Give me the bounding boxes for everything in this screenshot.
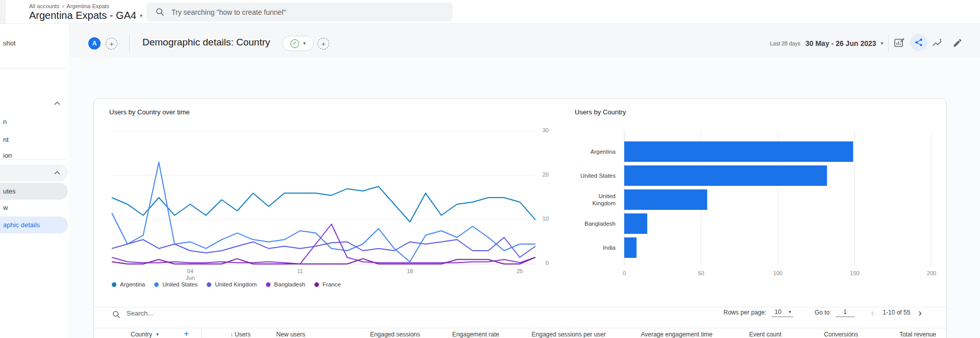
date-range-preset-label: Last 28 days: [761, 40, 800, 46]
chevron-down-icon: ▾: [881, 41, 884, 46]
bar-x-tick-label: 200: [921, 270, 942, 276]
y-tick-label: 30: [537, 127, 549, 133]
legend-label: Argentina: [120, 281, 145, 287]
sidebar-divider: [0, 159, 65, 160]
share-button[interactable]: [910, 34, 927, 51]
share-icon: [914, 38, 923, 47]
y-tick-label: 0: [537, 260, 549, 266]
goto-label: Go to:: [815, 309, 831, 316]
bar-united-kingdom: [624, 189, 707, 210]
column-header-engagement-rate[interactable]: Engagement rate: [418, 331, 499, 338]
sidebar-section-header[interactable]: [0, 164, 68, 181]
global-search-input[interactable]: Try searching "how to create funnel": [146, 3, 453, 21]
sidebar-nav: shot n nt ion utes w aphic details: [0, 23, 69, 338]
line-series-united-states: [112, 162, 535, 262]
users-over-time-line-chart[interactable]: [108, 128, 547, 276]
legend-item-united-states[interactable]: United States: [154, 281, 198, 287]
y-tick-label: 10: [537, 215, 549, 222]
x-tick-label: 25: [509, 268, 530, 275]
goto-page-input[interactable]: 1: [836, 308, 855, 317]
legend-label: France: [323, 281, 341, 287]
pagination-range: 1-10 of 55: [883, 309, 910, 316]
collapse-section-icon[interactable]: [52, 100, 62, 107]
table-header-row: Country ▾ + ↓UsersNew usersEngaged sessi…: [94, 328, 946, 338]
legend-dot: [154, 282, 159, 287]
pagination-controls: Rows per page: 10 ▾ Go to: 1 ‹ 1-10 of 5…: [723, 305, 923, 320]
y-tick-label: 20: [537, 172, 549, 178]
sidebar-item-engagement[interactable]: nt: [3, 136, 9, 143]
legend-dot: [314, 282, 319, 287]
legend-item-bangladesh[interactable]: Bangladesh: [266, 281, 305, 287]
bar-x-tick-label: 50: [691, 270, 712, 276]
bar-x-tick-label: 150: [845, 270, 865, 276]
column-header-conversions[interactable]: Conversions: [776, 331, 858, 338]
app-root: All accounts › Argentina Expats Argentin…: [0, 0, 980, 338]
report-status-pill[interactable]: ✓ ▾: [282, 36, 314, 51]
add-tab-button[interactable]: +: [317, 38, 329, 50]
legend-item-united-kingdom[interactable]: United Kingdom: [207, 281, 257, 287]
date-range-selector[interactable]: 30 May - 26 Jun 2023 ▾: [805, 39, 884, 47]
header-divider: [129, 35, 130, 52]
column-header-event-count[interactable]: Event count: [700, 331, 781, 338]
bar-category-label: Argentina: [565, 144, 616, 159]
users-by-country-bar-chart[interactable]: [620, 127, 946, 275]
legend-label: United Kingdom: [215, 281, 257, 287]
sidebar-item-overview[interactable]: w: [3, 204, 8, 211]
breadcrumb-account[interactable]: Argentina Expats: [66, 3, 109, 9]
top-bar: All accounts › Argentina Expats Argentin…: [0, 0, 980, 24]
avatar[interactable]: A: [88, 37, 101, 50]
chart-edit-icon[interactable]: [893, 37, 905, 49]
column-header-new-users[interactable]: New users: [224, 331, 305, 338]
legend-label: United States: [162, 281, 198, 287]
x-tick-label: 04Jun: [180, 268, 201, 281]
rows-per-page-select[interactable]: 10 ▾: [772, 308, 793, 317]
chevron-right-icon: ›: [62, 3, 64, 10]
bar-chart-title: Users by Country: [575, 108, 626, 116]
dropdown-arrow-icon: ▾: [156, 332, 159, 337]
chevron-down-icon: ▾: [303, 41, 306, 46]
line-chart-title: Users by Country over time: [109, 108, 190, 116]
rows-per-page-label: Rows per page:: [723, 309, 766, 316]
previous-page-button[interactable]: ‹: [870, 307, 876, 318]
bar-category-label: United Kingdom: [565, 192, 616, 207]
bar-x-tick-label: 0: [614, 270, 634, 276]
add-comparison-button[interactable]: +: [106, 38, 117, 50]
breadcrumb: All accounts › Argentina Expats: [29, 3, 109, 10]
legend-dot: [207, 282, 211, 287]
dropdown-arrow-icon: ▾: [789, 309, 791, 315]
report-title: Demographic details: Country: [142, 37, 270, 48]
search-icon: [156, 8, 164, 16]
column-header-total-revenue[interactable]: Total revenue: [854, 331, 936, 338]
next-page-button[interactable]: ›: [917, 307, 923, 318]
report-card: Users by Country over time Users by Coun…: [93, 98, 947, 338]
line-series-france: [112, 257, 535, 264]
legend-label: Bangladesh: [274, 281, 305, 287]
legend-item-argentina[interactable]: Argentina: [112, 281, 145, 287]
column-header-engaged-sessions[interactable]: Engaged sessions: [338, 331, 420, 338]
column-header-country[interactable]: Country ▾: [131, 331, 159, 338]
breadcrumb-all-accounts[interactable]: All accounts: [29, 3, 59, 9]
bar-category-label: India: [565, 240, 616, 255]
legend-item-france[interactable]: France: [314, 281, 341, 287]
bar-bangladesh: [624, 213, 647, 234]
table-search-input[interactable]: Search...: [127, 309, 153, 317]
bar-argentina: [624, 141, 853, 162]
bar-united-states: [624, 165, 827, 186]
property-title: Argentina Expats - GA4: [29, 10, 136, 21]
sidebar-item-snapshot[interactable]: shot: [3, 39, 16, 47]
collapse-section-icon[interactable]: [52, 169, 62, 176]
sidebar-item-acquisition[interactable]: n: [3, 118, 7, 126]
bar-category-label: Bangladesh: [565, 216, 616, 231]
bar-x-tick-label: 100: [768, 270, 788, 276]
sidebar-item-monetization[interactable]: ion: [3, 152, 12, 159]
property-selector[interactable]: Argentina Expats - GA4 ▾: [29, 10, 142, 21]
x-tick-label: 11: [290, 268, 310, 275]
column-header-engaged-sessions-per-user[interactable]: Engaged sessions per user: [524, 331, 606, 338]
insights-icon[interactable]: [931, 37, 943, 49]
edit-icon[interactable]: [951, 37, 964, 49]
sidebar-item-user-attributes[interactable]: utes: [0, 183, 68, 200]
sidebar-item-demographic-details[interactable]: aphic details: [0, 216, 68, 233]
legend-dot: [112, 282, 116, 287]
sidebar-divider: [0, 68, 65, 68]
chevron-down-icon: ▾: [140, 13, 142, 18]
